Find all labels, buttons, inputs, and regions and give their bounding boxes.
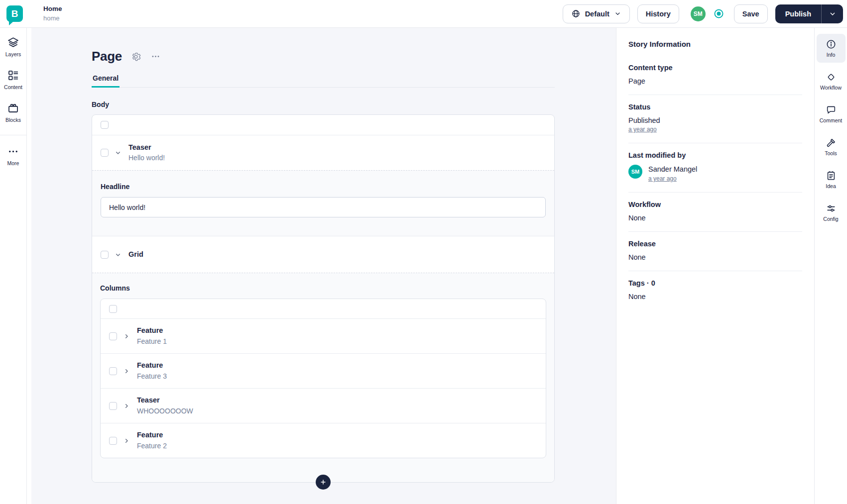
sidebar-item-more[interactable]: More: [7, 145, 19, 166]
block-type: Feature: [137, 360, 167, 371]
rail-item-label: Config: [823, 216, 838, 222]
section-value: None: [628, 253, 802, 261]
header-actions: Default History SM Save Publish: [563, 4, 843, 23]
story-information-panel: Story Information Content type Page Stat…: [616, 28, 814, 504]
grid-expanded-panel: Columns Feature Feature 1: [92, 273, 554, 482]
sidebar-item-blocks[interactable]: Blocks: [5, 102, 21, 123]
select-all-checkbox[interactable]: [101, 121, 109, 129]
block-checkbox[interactable]: [109, 332, 117, 340]
content-list-icon: [7, 69, 19, 82]
storyblok-logo-icon[interactable]: B: [6, 5, 23, 22]
block-checkbox[interactable]: [109, 437, 117, 445]
block-type: Teaser: [128, 142, 165, 153]
history-button[interactable]: History: [637, 4, 679, 23]
select-all-checkbox[interactable]: [109, 305, 117, 313]
avatar-initials: SM: [694, 10, 703, 17]
rail-item-label: Info: [827, 52, 836, 58]
editor-tabs: General: [92, 74, 555, 88]
info-icon: [826, 39, 837, 50]
section-label: Content type: [628, 64, 802, 72]
section-value: None: [628, 214, 802, 222]
chevron-down-icon[interactable]: [114, 251, 122, 259]
sidebar-item-layers[interactable]: Layers: [5, 36, 21, 57]
published-time-link[interactable]: a year ago: [628, 126, 657, 133]
chevron-right-icon[interactable]: [122, 367, 130, 375]
section-workflow: Workflow None: [628, 193, 802, 232]
block-subtitle: Feature 2: [137, 441, 167, 451]
user-avatar[interactable]: SM: [691, 6, 706, 21]
globe-icon: [571, 9, 581, 18]
block-checkbox[interactable]: [101, 149, 109, 157]
block-row-grid[interactable]: Grid: [92, 236, 554, 273]
block-row-feature-2[interactable]: Feature Feature 2: [101, 423, 546, 458]
sidebar-item-label: Blocks: [5, 117, 21, 123]
content-type-settings-button[interactable]: [130, 51, 142, 63]
rail-item-idea[interactable]: Idea: [817, 165, 846, 194]
section-value: None: [628, 293, 802, 301]
section-value: Page: [628, 77, 802, 85]
tab-general[interactable]: General: [92, 74, 120, 88]
chevron-right-icon[interactable]: [122, 402, 130, 410]
avatar-initials: SM: [631, 169, 640, 175]
logo-letter: B: [11, 8, 18, 19]
section-release: Release None: [628, 232, 802, 271]
story-title: Home: [43, 4, 62, 14]
block-subtitle: Feature 1: [137, 336, 167, 347]
section-label: Release: [628, 240, 802, 248]
modifier-avatar: SM: [628, 165, 642, 179]
block-type: Grid: [128, 249, 143, 260]
block-row-feature-3[interactable]: Feature Feature 3: [101, 353, 546, 388]
block-checkbox[interactable]: [109, 367, 117, 375]
ellipsis-icon: [151, 52, 160, 61]
workflow-diamond-icon: [826, 72, 837, 83]
publish-options-button[interactable]: [821, 4, 843, 23]
presence-radio-icon[interactable]: [713, 8, 725, 19]
body-blocks-card: Teaser Hello world! Headline Grid: [92, 114, 555, 483]
sliders-icon: [826, 203, 837, 214]
notepad-icon: [826, 170, 837, 181]
teaser-expanded-panel: Headline: [92, 170, 554, 236]
block-type: Feature: [137, 325, 167, 336]
headline-input[interactable]: [101, 197, 546, 217]
rail-item-label: Idea: [826, 183, 836, 189]
rail-item-label: Comment: [820, 117, 843, 123]
headline-field-label: Headline: [101, 183, 546, 191]
add-block-button[interactable]: [316, 475, 331, 490]
chevron-down-icon: [614, 10, 621, 17]
save-button[interactable]: Save: [734, 4, 768, 23]
rail-item-workflow[interactable]: Workflow: [817, 67, 846, 96]
block-checkbox[interactable]: [101, 251, 109, 259]
comment-bubble-icon: [826, 104, 837, 115]
rail-item-tools[interactable]: Tools: [817, 132, 846, 161]
hammer-icon: [826, 137, 837, 148]
rail-item-config[interactable]: Config: [817, 198, 846, 227]
plus-icon: [319, 478, 328, 487]
select-all-row: [101, 299, 546, 318]
layers-icon: [7, 36, 19, 49]
chevron-right-icon[interactable]: [122, 332, 130, 340]
block-subtitle: Feature 3: [137, 371, 167, 382]
section-label: Workflow: [628, 201, 802, 208]
chevron-right-icon[interactable]: [122, 437, 130, 445]
block-subtitle: Hello world!: [128, 153, 165, 163]
sidebar-item-label: More: [7, 160, 19, 166]
publish-button[interactable]: Publish: [775, 4, 821, 23]
language-selector[interactable]: Default: [563, 4, 630, 23]
block-type: Teaser: [137, 395, 193, 406]
block-row-teaser[interactable]: Teaser Hello world!: [92, 135, 554, 170]
rail-item-comment[interactable]: Comment: [817, 100, 846, 128]
block-row-feature-1[interactable]: Feature Feature 1: [101, 318, 546, 353]
columns-blocks-card: Feature Feature 1 Feature Feature 3: [100, 299, 546, 458]
rail-item-info[interactable]: Info: [817, 34, 846, 63]
modified-time-link[interactable]: a year ago: [648, 175, 677, 182]
chevron-down-icon[interactable]: [114, 149, 122, 157]
block-checkbox[interactable]: [109, 402, 117, 410]
block-row-teaser-whoooooow[interactable]: Teaser WHOOOOOOOW: [101, 388, 546, 423]
body-field-label: Body: [92, 101, 555, 108]
sidebar-item-content[interactable]: Content: [4, 69, 22, 90]
page-options-menu-button[interactable]: [150, 51, 161, 62]
columns-field-label: Columns: [100, 284, 546, 292]
left-sidebar: Layers Content Blocks More: [0, 28, 27, 504]
section-tags: Tags · 0 None: [628, 271, 802, 310]
block-subtitle: WHOOOOOOOW: [137, 406, 193, 416]
